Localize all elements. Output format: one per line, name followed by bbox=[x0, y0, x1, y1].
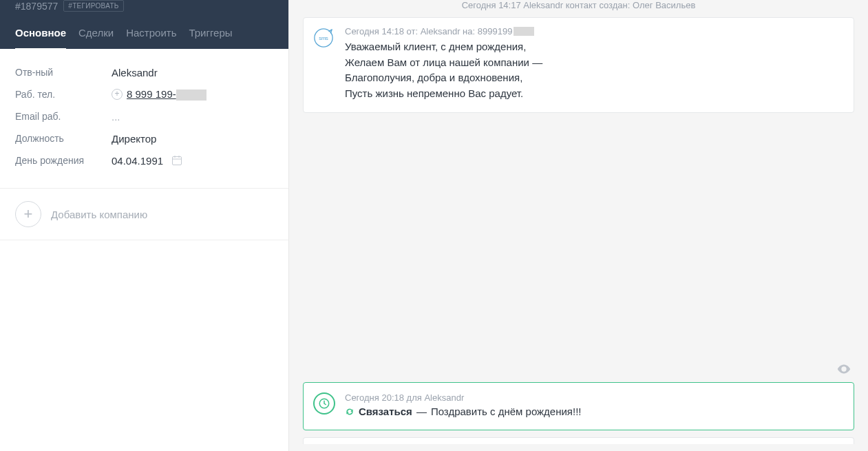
value-phone[interactable]: 8 999 199- bbox=[127, 88, 207, 101]
add-company-label: Добавить компанию bbox=[51, 209, 147, 220]
sms-line: Уважаемый клиент, с днем рождения, bbox=[345, 39, 843, 55]
task-type: Связаться bbox=[359, 406, 412, 417]
birthday-text: 04.04.1991 bbox=[112, 155, 163, 167]
svg-point-6 bbox=[843, 368, 845, 370]
task-sep: — bbox=[416, 406, 427, 417]
tabs: Основное Сделки Настроить Триггеры bbox=[0, 17, 288, 49]
tag-button[interactable]: #ТЕГИРОВАТЬ bbox=[63, 0, 123, 12]
sms-meta: Сегодня 14:18 от: Aleksandr на: 8999199 bbox=[345, 26, 843, 36]
label-email: Email раб. bbox=[15, 111, 112, 122]
clock-icon bbox=[313, 392, 335, 415]
sms-icon: sms bbox=[313, 28, 334, 48]
sms-line: Пусть жизнь непременно Вас радует. bbox=[345, 86, 843, 102]
value-birthday[interactable]: 04.04.1991 bbox=[112, 155, 182, 167]
phone-digits: 8 999 199- bbox=[127, 88, 176, 100]
sms-meta-mask bbox=[514, 27, 534, 36]
task-text: Поздравить с днём рождения!!! bbox=[431, 406, 582, 417]
tab-deals[interactable]: Сделки bbox=[78, 27, 114, 49]
contact-id: #1879577 bbox=[15, 1, 58, 12]
visibility-icon[interactable] bbox=[836, 361, 851, 377]
sms-card: sms Сегодня 14:18 от: Aleksandr на: 8999… bbox=[303, 17, 854, 113]
sms-line: Желаем Вам от лица нашей компании — bbox=[345, 55, 843, 71]
tab-triggers[interactable]: Триггеры bbox=[189, 27, 232, 49]
svg-rect-0 bbox=[173, 157, 182, 165]
timeline-crumb: Сегодня 14:17 Aleksandr контакт создан: … bbox=[303, 0, 854, 14]
add-company-button[interactable]: + Добавить компанию bbox=[0, 189, 288, 240]
sms-line: Благополучия, добра и вдохновения, bbox=[345, 70, 843, 86]
next-card-stub bbox=[303, 437, 854, 444]
sms-body: Уважаемый клиент, с днем рождения, Желае… bbox=[345, 39, 843, 101]
svg-text:sms: sms bbox=[319, 35, 328, 41]
tab-configure[interactable]: Настроить bbox=[126, 27, 176, 49]
plus-icon: + bbox=[15, 201, 41, 227]
add-phone-icon[interactable] bbox=[112, 89, 123, 100]
tab-main[interactable]: Основное bbox=[15, 27, 66, 50]
refresh-icon bbox=[345, 407, 354, 417]
label-responsible: Отв-ный bbox=[15, 67, 112, 78]
calendar-icon bbox=[171, 155, 182, 166]
task-card[interactable]: Сегодня 20:18 для Aleksandr Связаться — … bbox=[303, 382, 854, 430]
value-responsible[interactable]: Aleksandr bbox=[112, 67, 158, 78]
label-position: Должность bbox=[15, 133, 112, 144]
value-position[interactable]: Директор bbox=[112, 133, 156, 145]
value-email[interactable]: ... bbox=[112, 111, 120, 123]
task-meta: Сегодня 20:18 для Aleksandr bbox=[345, 392, 843, 403]
label-birthday: День рождения bbox=[15, 155, 112, 166]
sms-meta-text: Сегодня 14:18 от: Aleksandr на: 8999199 bbox=[345, 26, 512, 36]
label-phone: Раб. тел. bbox=[15, 89, 112, 100]
phone-mask bbox=[176, 90, 207, 101]
